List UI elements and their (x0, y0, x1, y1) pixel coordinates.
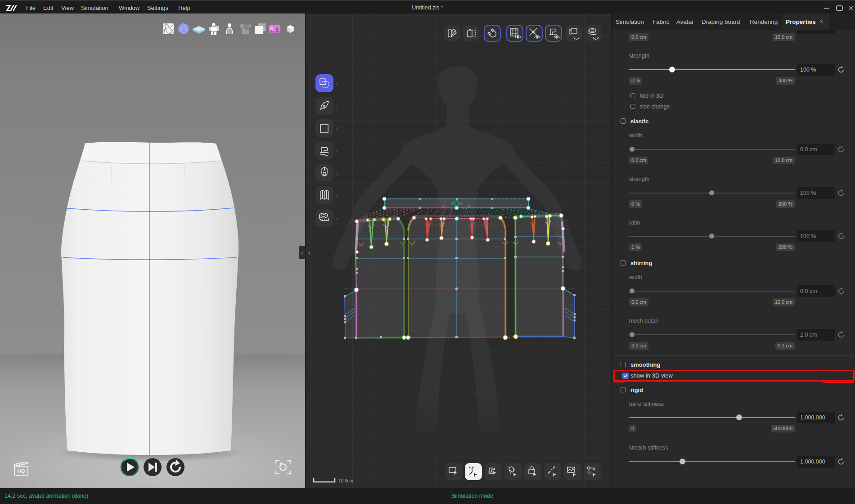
svg-text:›: › (336, 193, 338, 198)
svg-text:›: › (336, 81, 338, 86)
svg-text:›: › (336, 126, 338, 131)
svg-text:›: › (336, 148, 338, 153)
svg-text:HQ: HQ (18, 468, 25, 474)
svg-text:10.0cm: 10.0cm (338, 478, 353, 483)
svg-text:›: › (336, 104, 338, 109)
svg-text:›: › (336, 216, 338, 221)
svg-text:›: › (336, 171, 338, 176)
